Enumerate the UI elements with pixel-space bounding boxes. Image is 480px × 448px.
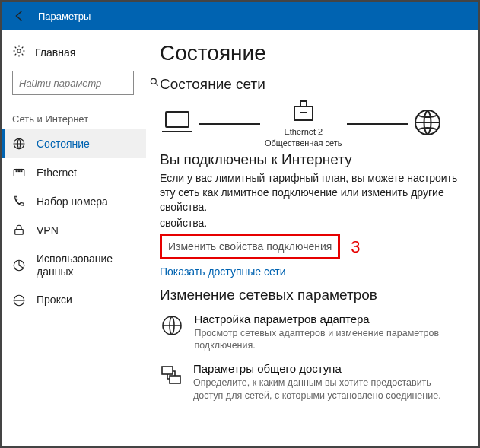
page-title: Состояние xyxy=(160,41,463,65)
router-icon xyxy=(292,99,315,126)
option-sharing-settings[interactable]: Параметры общего доступа Определите, к к… xyxy=(160,362,463,402)
svg-rect-15 xyxy=(162,367,173,374)
show-available-networks-link[interactable]: Показать доступные сети xyxy=(160,265,286,278)
laptop-icon xyxy=(160,109,195,138)
connection-line xyxy=(347,123,408,125)
search-input[interactable] xyxy=(17,77,149,90)
ethernet-icon xyxy=(12,166,26,180)
svg-rect-3 xyxy=(14,170,24,176)
network-diagram: Ethernet 2 Общественная сеть xyxy=(160,99,463,148)
network-adapter-name: Ethernet 2 xyxy=(284,127,323,137)
sharing-settings-icon xyxy=(160,362,183,402)
sidebar-home-label: Главная xyxy=(35,46,75,59)
callout-number: 3 xyxy=(351,237,360,256)
phone-icon xyxy=(12,195,26,208)
network-profile-name: Общественная сеть xyxy=(265,138,342,148)
svg-rect-4 xyxy=(16,170,17,172)
data-usage-icon xyxy=(12,259,26,272)
globe-icon xyxy=(412,107,443,140)
status-description: Если у вас лимитный тарифный план, вы мо… xyxy=(160,171,463,214)
sidebar-item-label: Использование данных xyxy=(37,253,135,278)
sidebar-item-label: Набор номера xyxy=(37,195,108,208)
change-connection-properties-label: Изменить свойства подключения xyxy=(168,240,332,253)
sidebar-item-label: VPN xyxy=(37,224,59,237)
gear-icon xyxy=(12,44,26,60)
svg-rect-12 xyxy=(300,101,307,106)
sidebar-item-label: Состояние xyxy=(37,138,90,151)
sidebar-item-vpn[interactable]: VPN xyxy=(2,216,146,245)
sidebar-item-dialup[interactable]: Набор номера xyxy=(2,187,146,216)
svg-rect-6 xyxy=(21,170,22,172)
option-title: Параметры общего доступа xyxy=(193,362,463,375)
sidebar-item-datausage[interactable]: Использование данных xyxy=(2,245,146,286)
status-icon xyxy=(12,137,26,151)
adapter-settings-icon xyxy=(160,313,183,352)
change-network-settings-heading: Изменение сетевых параметров xyxy=(160,287,463,303)
content-panel: Состояние Состояние сети Ethernet 2 Общ xyxy=(146,30,478,446)
change-connection-properties-link[interactable]: Изменить свойства подключения xyxy=(160,234,340,259)
back-button[interactable] xyxy=(9,5,30,27)
status-description-tail: свойства. xyxy=(160,216,463,230)
window-titlebar: Параметры xyxy=(2,2,478,30)
svg-rect-7 xyxy=(15,230,24,235)
network-status-heading: Состояние сети xyxy=(160,76,463,93)
option-adapter-settings[interactable]: Настройка параметров адаптера Просмотр с… xyxy=(160,313,463,352)
svg-rect-16 xyxy=(170,376,180,383)
option-title: Настройка параметров адаптера xyxy=(194,313,463,326)
proxy-icon xyxy=(12,294,26,307)
connection-line xyxy=(199,123,260,125)
sidebar-item-ethernet[interactable]: Ethernet xyxy=(2,158,146,187)
sidebar-item-label: Ethernet xyxy=(37,167,77,180)
sidebar-item-label: Прокси xyxy=(37,294,72,307)
sidebar-section-label: Сеть и Интернет xyxy=(2,106,146,129)
sidebar-item-status[interactable]: Состояние xyxy=(2,129,146,158)
sidebar-item-proxy[interactable]: Прокси xyxy=(2,286,146,315)
option-description: Определите, к каким данным вы хотите пре… xyxy=(193,377,463,402)
search-input-wrap[interactable] xyxy=(12,71,134,95)
connected-heading: Вы подключены к Интернету xyxy=(160,151,463,168)
svg-point-0 xyxy=(17,49,21,53)
svg-rect-5 xyxy=(18,170,20,172)
sidebar: Главная Сеть и Интернет Состояние xyxy=(2,30,146,446)
option-description: Просмотр сетевых адаптеров и изменение п… xyxy=(194,327,463,352)
window-title: Параметры xyxy=(38,11,91,22)
sidebar-home[interactable]: Главная xyxy=(2,38,146,66)
vpn-icon xyxy=(12,224,26,237)
svg-rect-10 xyxy=(166,112,189,127)
